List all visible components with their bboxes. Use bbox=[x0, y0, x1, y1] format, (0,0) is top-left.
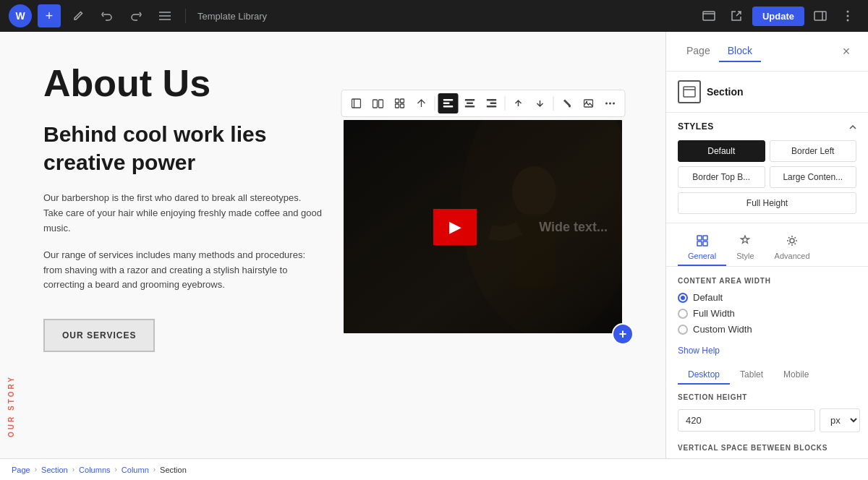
toolbar-align-right-icon[interactable] bbox=[481, 93, 501, 113]
toolbar-arrows-icon[interactable] bbox=[411, 93, 431, 113]
external-link-button[interactable] bbox=[725, 4, 748, 27]
general-tab[interactable]: General bbox=[678, 231, 726, 266]
sidebar-close-button[interactable]: × bbox=[836, 41, 856, 61]
topbar-divider bbox=[185, 9, 186, 23]
svg-rect-16 bbox=[467, 103, 473, 105]
device-mobile-tab[interactable]: Mobile bbox=[773, 366, 819, 385]
more-options-button[interactable] bbox=[836, 4, 859, 27]
svg-rect-20 bbox=[486, 106, 496, 108]
style-border-left-button[interactable]: Border Left bbox=[770, 140, 857, 162]
svg-rect-32 bbox=[684, 87, 695, 97]
sidebar: Page Block × Section Styles Default Bord… bbox=[665, 32, 868, 458]
main-layout: About Us OUR STORY Behind cool work lies… bbox=[0, 32, 868, 458]
breadcrumb-columns[interactable]: Columns bbox=[79, 466, 110, 474]
section-block-icon bbox=[678, 80, 701, 103]
our-story-vertical: OUR STORY bbox=[7, 375, 15, 437]
svg-rect-6 bbox=[373, 100, 377, 108]
update-button[interactable]: Update bbox=[752, 7, 804, 26]
toolbar-more-icon[interactable] bbox=[600, 93, 620, 113]
style-buttons-grid: Default Border Left Border Top B... Larg… bbox=[678, 140, 856, 214]
radio-full-width[interactable]: Full Width bbox=[678, 308, 856, 319]
svg-rect-33 bbox=[697, 236, 702, 240]
toolbar-arrow-up-icon[interactable] bbox=[508, 93, 528, 113]
block-tab[interactable]: Block bbox=[719, 40, 761, 62]
svg-point-37 bbox=[790, 239, 794, 243]
top-bar: W + Template Library Update bbox=[0, 0, 868, 32]
template-library-label: Template Library bbox=[197, 11, 267, 22]
svg-rect-13 bbox=[443, 103, 449, 105]
play-button[interactable]: ▶ bbox=[433, 209, 477, 245]
styles-title: Styles bbox=[678, 121, 714, 132]
section-height-label: SECTION HEIGHT bbox=[678, 393, 856, 401]
advanced-tab[interactable]: Advanced bbox=[765, 231, 820, 266]
section-height-input[interactable] bbox=[678, 409, 815, 432]
section-height-unit-select[interactable]: px vh % bbox=[820, 408, 860, 432]
toolbar-align-center-icon[interactable] bbox=[459, 93, 480, 113]
breadcrumb-page[interactable]: Page bbox=[12, 466, 30, 474]
svg-rect-1 bbox=[814, 12, 826, 20]
toolbar-image-icon[interactable] bbox=[578, 93, 598, 113]
show-help-link[interactable]: Show Help bbox=[678, 346, 720, 356]
menu-button[interactable] bbox=[153, 4, 176, 27]
radio-full-width-label: Full Width bbox=[693, 308, 735, 319]
breadcrumb-section-2: Section bbox=[160, 466, 187, 474]
toggle-panel-button[interactable] bbox=[809, 4, 832, 27]
style-tab[interactable]: Style bbox=[726, 231, 764, 266]
advanced-tab-label: Advanced bbox=[775, 252, 810, 260]
add-block-button[interactable]: + bbox=[38, 4, 61, 27]
page-tab[interactable]: Page bbox=[678, 40, 719, 62]
breadcrumb-section-1[interactable]: Section bbox=[41, 466, 68, 474]
sidebar-block-title-bar: Section bbox=[666, 72, 868, 113]
style-large-content-button[interactable]: Large Conten... bbox=[770, 166, 857, 188]
content-section: Behind cool work lies creative power Our… bbox=[0, 120, 665, 367]
breadcrumb-column[interactable]: Column bbox=[122, 466, 149, 474]
add-inner-block-button[interactable]: + bbox=[612, 323, 634, 345]
svg-rect-5 bbox=[352, 99, 360, 108]
style-full-height-button[interactable]: Full Height bbox=[678, 192, 856, 214]
svg-rect-17 bbox=[464, 106, 475, 108]
toolbar-sidebar-icon[interactable] bbox=[346, 93, 366, 113]
breadcrumb-sep-2: › bbox=[72, 466, 75, 473]
device-desktop-tab[interactable]: Desktop bbox=[678, 366, 730, 385]
edit-icon-button[interactable] bbox=[67, 4, 90, 27]
styles-collapse-icon[interactable] bbox=[849, 124, 856, 129]
story-heading: Behind cool work lies creative power bbox=[43, 120, 322, 176]
toolbar-align-left-icon[interactable] bbox=[438, 93, 458, 113]
device-tablet-tab[interactable]: Tablet bbox=[730, 366, 773, 385]
our-services-button[interactable]: OUR SERVICES bbox=[43, 319, 155, 352]
svg-rect-9 bbox=[400, 99, 404, 103]
left-content: Behind cool work lies creative power Our… bbox=[29, 120, 322, 352]
svg-rect-15 bbox=[464, 99, 475, 101]
general-tab-icon bbox=[697, 235, 708, 249]
paragraph-1: Our barbershop is the first who dared to… bbox=[43, 191, 322, 236]
svg-rect-19 bbox=[490, 103, 496, 105]
toolbar-arrow-down-icon[interactable] bbox=[529, 93, 550, 113]
toolbar-grid-icon[interactable] bbox=[389, 93, 409, 113]
style-default-button[interactable]: Default bbox=[678, 140, 765, 162]
video-block[interactable]: Wide text... ▶ bbox=[344, 120, 622, 333]
svg-rect-8 bbox=[395, 99, 399, 103]
redo-button[interactable] bbox=[124, 4, 148, 27]
toolbar-divider-3 bbox=[553, 96, 553, 111]
svg-rect-35 bbox=[697, 241, 702, 246]
styles-header: Styles bbox=[678, 121, 856, 132]
toolbar-columns-icon[interactable] bbox=[367, 93, 388, 113]
style-border-top-button[interactable]: Border Top B... bbox=[678, 166, 765, 188]
radio-default[interactable]: Default bbox=[678, 292, 856, 303]
styles-section: Styles Default Border Left Border Top B.… bbox=[666, 113, 868, 223]
section-height-input-row: px vh % bbox=[678, 408, 856, 432]
content-area-width-label: CONTENT AREA WIDTH bbox=[678, 277, 856, 285]
vertical-space-label: VERTICAL SPACE BETWEEN BLOCKS bbox=[678, 444, 856, 452]
undo-button[interactable] bbox=[95, 4, 119, 27]
paragraph-2: Our range of services includes many meth… bbox=[43, 248, 322, 293]
width-radio-group: Default Full Width Custom Width bbox=[678, 292, 856, 335]
toolbar-bucket-icon[interactable] bbox=[556, 93, 576, 113]
video-block-wrapper: Wide text... ▶ + bbox=[344, 120, 622, 333]
preview-icon-button[interactable] bbox=[697, 4, 720, 27]
svg-point-24 bbox=[605, 103, 608, 105]
video-overlay-text: Wide text... bbox=[539, 219, 608, 234]
svg-point-21 bbox=[569, 106, 571, 108]
svg-point-3 bbox=[847, 15, 849, 17]
radio-custom-width[interactable]: Custom Width bbox=[678, 324, 856, 335]
panel-tabs: General Style Advanced bbox=[666, 223, 868, 267]
